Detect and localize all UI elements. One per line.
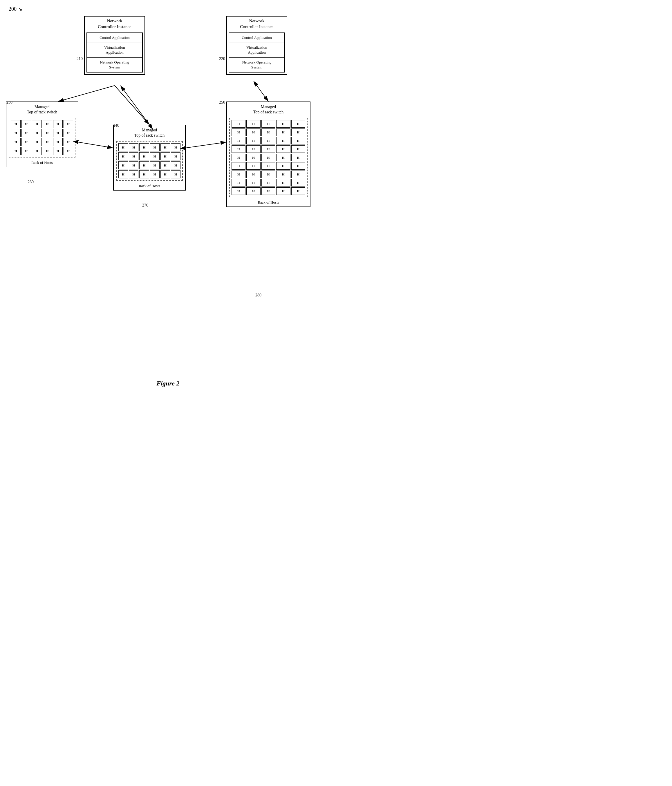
host-cell: H bbox=[150, 152, 160, 160]
host-cell: H bbox=[161, 170, 170, 178]
svg-line-3 bbox=[58, 86, 115, 102]
host-cell: H bbox=[42, 129, 52, 137]
host-cell: H bbox=[161, 152, 170, 160]
host-cell: H bbox=[22, 138, 31, 146]
host-cell: H bbox=[150, 170, 160, 178]
host-cell: H bbox=[261, 154, 275, 161]
host-cell: H bbox=[276, 179, 290, 187]
ref-240: 240 bbox=[113, 123, 119, 128]
host-cell: H bbox=[139, 161, 149, 170]
controller1-layer3: Network OperatingSystem bbox=[87, 58, 142, 72]
host-cell: H bbox=[261, 145, 275, 153]
host-cell: H bbox=[261, 137, 275, 145]
host-cell: H bbox=[291, 120, 305, 127]
host-cell: H bbox=[276, 154, 290, 161]
controller2-inner: Control Application VirtualizationApplic… bbox=[229, 33, 285, 72]
host-cell: H bbox=[11, 120, 20, 128]
switch230-host-area: HHHHHHHHHHHHHHHHHHHHHHHH bbox=[9, 118, 76, 157]
host-cell: H bbox=[53, 120, 63, 128]
ref-280: 280 bbox=[255, 293, 261, 297]
host-cell: H bbox=[231, 145, 246, 153]
host-cell: H bbox=[129, 170, 138, 178]
svg-line-4 bbox=[115, 86, 150, 125]
figure-label: Figure 2 bbox=[157, 380, 179, 387]
host-cell: H bbox=[276, 187, 290, 195]
host-cell: H bbox=[63, 129, 73, 137]
host-cell: H bbox=[118, 152, 128, 160]
ref-220: 220 bbox=[219, 57, 225, 61]
host-cell: H bbox=[261, 179, 275, 187]
host-cell: H bbox=[276, 120, 290, 127]
host-cell: H bbox=[139, 170, 149, 178]
host-cell: H bbox=[171, 152, 181, 160]
host-cell: H bbox=[231, 120, 246, 127]
host-cell: H bbox=[291, 129, 305, 136]
host-cell: H bbox=[118, 170, 128, 178]
host-cell: H bbox=[291, 179, 305, 187]
svg-line-6 bbox=[78, 142, 113, 148]
host-cell: H bbox=[246, 145, 260, 153]
host-cell: H bbox=[276, 129, 290, 136]
host-cell: H bbox=[11, 147, 20, 155]
host-cell: H bbox=[246, 179, 260, 187]
host-cell: H bbox=[246, 137, 260, 145]
host-cell: H bbox=[139, 152, 149, 160]
host-cell: H bbox=[32, 120, 41, 128]
figure-number: 200 ↘ bbox=[9, 6, 22, 12]
host-cell: H bbox=[11, 138, 20, 146]
host-cell: H bbox=[63, 147, 73, 155]
host-cell: H bbox=[53, 129, 63, 137]
controller1-title: NetworkController Instance bbox=[85, 17, 145, 31]
host-cell: H bbox=[246, 162, 260, 170]
switch230-title: ManagedTop of rack switch bbox=[6, 102, 78, 116]
svg-line-5 bbox=[257, 86, 268, 102]
host-cell: H bbox=[150, 161, 160, 170]
host-cell: H bbox=[276, 162, 290, 170]
host-cell: H bbox=[171, 143, 181, 151]
switch-230: ManagedTop of rack switch HHHHHHHHHHHHHH… bbox=[6, 102, 78, 167]
host-cell: H bbox=[231, 179, 246, 187]
host-cell: H bbox=[291, 187, 305, 195]
ref-210: 210 bbox=[77, 57, 83, 61]
switch250-host-area: HHHHHHHHHHHHHHHHHHHHHHHHHHHHHHHHHHHHHHHH… bbox=[229, 118, 308, 197]
host-cell: H bbox=[171, 170, 181, 178]
switch250-rack-label: Rack of Hosts bbox=[227, 199, 310, 206]
host-cell: H bbox=[63, 120, 73, 128]
host-cell: H bbox=[261, 120, 275, 127]
host-cell: H bbox=[231, 154, 246, 161]
switch-240: ManagedTop of rack switch HHHHHHHHHHHHHH… bbox=[113, 125, 186, 190]
switch240-title: ManagedTop of rack switch bbox=[114, 125, 185, 139]
host-cell: H bbox=[129, 152, 138, 160]
switch250-title: ManagedTop of rack switch bbox=[227, 102, 310, 116]
host-cell: H bbox=[161, 143, 170, 151]
switch230-rack-label: Rack of Hosts bbox=[6, 159, 78, 167]
host-cell: H bbox=[42, 120, 52, 128]
host-cell: H bbox=[118, 161, 128, 170]
controller1-layer1: Control Application bbox=[87, 33, 142, 43]
host-cell: H bbox=[231, 187, 246, 195]
host-cell: H bbox=[261, 187, 275, 195]
host-cell: H bbox=[161, 161, 170, 170]
host-cell: H bbox=[32, 147, 41, 155]
host-cell: H bbox=[150, 143, 160, 151]
host-cell: H bbox=[231, 162, 246, 170]
host-cell: H bbox=[22, 129, 31, 137]
host-cell: H bbox=[63, 138, 73, 146]
host-cell: H bbox=[291, 137, 305, 145]
host-cell: H bbox=[261, 162, 275, 170]
host-cell: H bbox=[291, 145, 305, 153]
host-cell: H bbox=[246, 187, 260, 195]
ref-250: 250 bbox=[219, 100, 225, 105]
host-cell: H bbox=[291, 171, 305, 178]
switch-250: ManagedTop of rack switch HHHHHHHHHHHHHH… bbox=[226, 102, 310, 207]
host-cell: H bbox=[11, 129, 20, 137]
host-cell: H bbox=[231, 171, 246, 178]
controller1-inner: Control Application VirtualizationApplic… bbox=[87, 33, 143, 72]
controller-instance-1: NetworkController Instance Control Appli… bbox=[84, 16, 145, 75]
controller2-layer1: Control Application bbox=[229, 33, 284, 43]
ref-270: 270 bbox=[142, 203, 148, 208]
ref-230: 230 bbox=[6, 100, 13, 105]
ref-260: 260 bbox=[28, 180, 34, 184]
host-cell: H bbox=[231, 129, 246, 136]
host-cell: H bbox=[53, 138, 63, 146]
